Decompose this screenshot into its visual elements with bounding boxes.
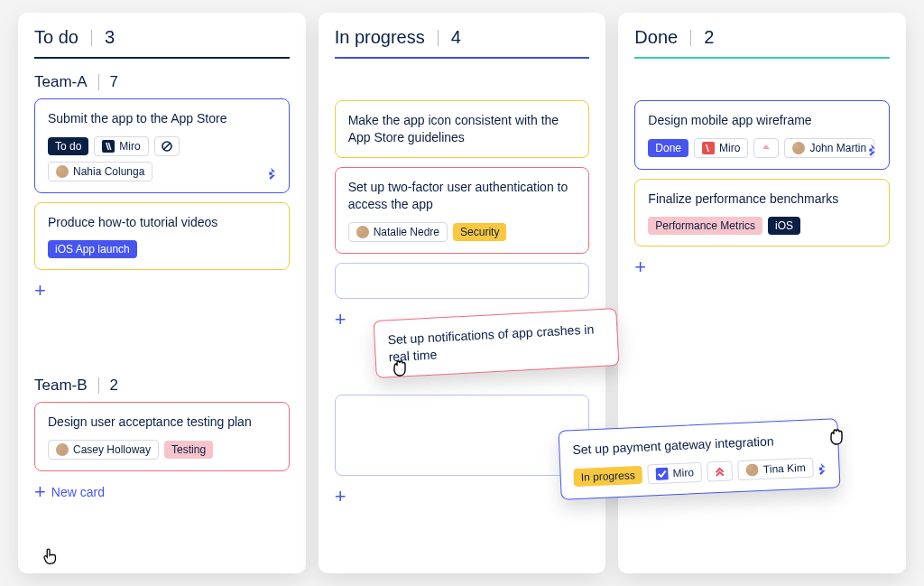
divider-icon <box>98 74 99 90</box>
chip-row: Performance Metrics iOS <box>648 217 876 235</box>
dragging-card-payment-gateway[interactable]: Set up payment gateway integration In pr… <box>558 418 840 499</box>
card-two-factor-auth[interactable]: Set up two-factor user authentication to… <box>335 167 590 254</box>
svg-rect-0 <box>102 140 115 153</box>
add-card-button-team-a[interactable]: + <box>34 279 46 302</box>
jira-icon <box>862 142 880 160</box>
integration-label: Miro <box>672 466 694 479</box>
tag-chip[interactable]: iOS App launch <box>48 240 137 258</box>
swimlane-count: 2 <box>110 377 118 395</box>
swimlane-name: Team-A <box>34 73 88 91</box>
svg-rect-4 <box>655 467 669 480</box>
blocked-icon <box>161 140 173 153</box>
jira-icon <box>262 165 280 183</box>
assignee-chip[interactable]: Nahia Colunga <box>48 162 152 181</box>
assignee-name: Nahia Colunga <box>73 165 144 178</box>
card-benchmarks[interactable]: Finalize performance benchmarks Performa… <box>634 179 890 246</box>
column-title: In progress <box>335 27 425 48</box>
add-card-button-inprogress-a[interactable]: + <box>335 308 346 331</box>
divider-icon <box>438 30 439 46</box>
assignee-name: Tina Kim <box>763 461 806 476</box>
add-card-button-done[interactable]: + <box>634 256 646 279</box>
integration-chip-miro[interactable]: Miro <box>647 462 702 485</box>
integration-label: Miro <box>119 140 140 153</box>
status-chip[interactable]: Done <box>648 139 688 157</box>
integration-label: Miro <box>719 142 740 154</box>
svg-rect-3 <box>702 142 715 154</box>
card-title: Set up two-factor user authentication to… <box>348 179 577 213</box>
column-header-inprogress: In progress 4 <box>335 27 590 55</box>
swimlane-team-a-header: Team-A 7 <box>34 71 290 98</box>
column-count: 3 <box>105 27 115 48</box>
divider-icon <box>98 377 99 394</box>
column-todo: To do 3 Team-A 7 Submit the app to the A… <box>18 13 306 573</box>
card-tutorial-videos[interactable]: Produce how-to tutorial videos iOS App l… <box>34 202 290 270</box>
card-title: Submit the app to the App Store <box>48 110 276 127</box>
blocked-chip[interactable] <box>154 136 180 156</box>
priority-chip[interactable] <box>753 138 779 158</box>
card-title: Produce how-to tutorial videos <box>48 214 276 231</box>
add-card-button-inprogress-b[interactable]: + <box>335 485 346 508</box>
card-title: Make the app icon consistent with the Ap… <box>348 112 577 146</box>
chip-row: Casey Holloway Testing <box>48 440 276 460</box>
new-card-label: New card <box>51 486 105 498</box>
chevron-up-double-icon <box>714 465 727 479</box>
card-app-icon-guidelines[interactable]: Make the app icon consistent with the Ap… <box>335 100 590 158</box>
tag-chip[interactable]: Security <box>453 223 506 241</box>
card-title: Design user acceptance testing plan <box>48 414 276 431</box>
chip-row: To do Miro Nahia Colunga <box>48 136 276 181</box>
avatar-icon <box>56 443 69 456</box>
integration-chip-miro[interactable]: Miro <box>694 138 748 158</box>
card-submit-app-store[interactable]: Submit the app to the App Store To do Mi… <box>34 98 290 193</box>
chip-row: In progress Miro Tina Kim <box>573 457 827 488</box>
column-count: 4 <box>451 27 461 48</box>
swimlane-count: 7 <box>110 73 118 91</box>
miro-icon <box>702 142 715 154</box>
assignee-chip[interactable]: Tina Kim <box>737 457 814 480</box>
card-placeholder[interactable] <box>335 263 590 299</box>
tag-chip[interactable]: Testing <box>164 441 213 459</box>
card-uat-plan[interactable]: Design user acceptance testing plan Case… <box>34 402 290 471</box>
miro-icon <box>102 140 115 153</box>
column-header-done: Done 2 <box>634 27 890 55</box>
miro-checkbox-icon <box>655 467 669 480</box>
integration-chip-miro[interactable]: Miro <box>94 136 148 156</box>
assignee-chip[interactable]: Casey Holloway <box>48 440 159 460</box>
column-header-todo: To do 3 <box>34 27 290 55</box>
divider-icon <box>690 30 691 46</box>
svg-line-2 <box>163 144 170 150</box>
column-title: Done <box>634 27 678 48</box>
status-chip[interactable]: To do <box>48 137 88 155</box>
card-wireframe[interactable]: Design mobile app wireframe Done Miro J <box>634 100 890 170</box>
column-underline <box>34 57 290 59</box>
assignee-name: Natalie Nedre <box>374 226 439 238</box>
priority-chip[interactable] <box>707 460 734 481</box>
status-chip[interactable]: In progress <box>573 466 642 487</box>
avatar-icon <box>746 463 760 477</box>
tag-chip[interactable]: iOS <box>768 217 800 235</box>
assignee-chip[interactable]: Natalie Nedre <box>348 222 448 242</box>
tag-chip[interactable]: Performance Metrics <box>648 217 762 235</box>
card-title: Set up notifications of app crashes in r… <box>387 321 605 366</box>
card-title: Set up payment gateway integration <box>572 431 826 459</box>
chip-row: Done Miro John Martin <box>648 138 876 158</box>
avatar-icon <box>56 165 69 178</box>
column-underline <box>634 57 890 59</box>
arrow-up-icon <box>760 142 772 154</box>
jira-icon <box>811 460 830 479</box>
column-title: To do <box>34 27 79 48</box>
assignee-name: Casey Holloway <box>73 443 151 456</box>
divider-icon <box>91 30 92 46</box>
kanban-board: To do 3 Team-A 7 Submit the app to the A… <box>0 0 924 586</box>
card-title: Design mobile app wireframe <box>648 112 876 129</box>
column-count: 2 <box>704 27 714 48</box>
card-placeholder[interactable] <box>335 395 590 476</box>
card-title: Finalize performance benchmarks <box>648 191 876 208</box>
chip-row: Natalie Nedre Security <box>348 222 577 242</box>
avatar-icon <box>356 226 369 238</box>
column-underline <box>335 57 590 59</box>
chip-row: iOS App launch <box>48 240 276 258</box>
avatar-icon <box>792 142 805 154</box>
add-card-button-new[interactable]: + New card <box>34 480 105 504</box>
swimlane-team-b-header: Team-B 2 <box>34 375 290 402</box>
assignee-name: John Martin <box>809 142 866 154</box>
